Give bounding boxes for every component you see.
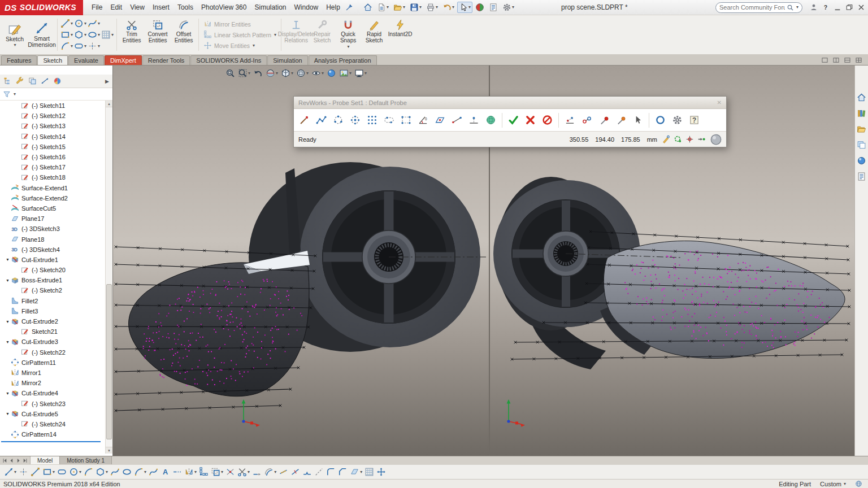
ellipse-tool[interactable]: ▾	[88, 30, 100, 40]
dropdown-caret-icon[interactable]: ▾	[14, 43, 16, 47]
trim-entities-button[interactable]: Trim Entities	[119, 16, 145, 53]
slot-tool[interactable]: ▾	[74, 41, 86, 51]
zoom-area-button[interactable]: ▾	[237, 68, 251, 79]
property-manager-tab[interactable]	[16, 77, 24, 85]
tree-item-surfacecut5[interactable]: SurfaceCut5	[0, 203, 105, 213]
dropdown-caret-icon[interactable]: ▾	[221, 470, 223, 474]
probe-orb-icon[interactable]	[710, 134, 722, 145]
probe-plane-button[interactable]	[432, 112, 448, 129]
pane-single-button[interactable]	[821, 56, 828, 64]
expand-arrow-icon[interactable]: ▼	[5, 278, 11, 282]
tab-model[interactable]: Model	[31, 456, 60, 464]
scroll-down-arrow[interactable]: ▼	[106, 447, 112, 454]
file-explorer-tab[interactable]	[857, 124, 866, 134]
circle-gauge-button[interactable]	[653, 112, 668, 129]
probe-mesh-button[interactable]	[364, 112, 380, 129]
dropdown-caret-icon[interactable]: ▾	[306, 71, 309, 76]
file-properties-button[interactable]	[487, 2, 500, 13]
tab-analysis-preparation[interactable]: Analysis Preparation	[309, 55, 377, 65]
next-tab-button[interactable]	[15, 457, 21, 464]
point-button[interactable]	[18, 467, 29, 477]
design-library-tab[interactable]	[857, 108, 866, 118]
tree-item-sketch14[interactable]: (-) Sketch14	[0, 132, 105, 142]
dropdown-caret-icon[interactable]: ▾	[253, 43, 255, 48]
tab-simulation[interactable]: Simulation	[267, 55, 307, 65]
dropdown-caret-icon[interactable]: ▾	[71, 33, 73, 37]
smart-dimension-button[interactable]: ▾	[3, 467, 17, 477]
dropdown-caret-icon[interactable]: ▾	[248, 470, 250, 474]
point-pairs-button[interactable]	[579, 112, 594, 129]
dropdown-caret-icon[interactable]: ▾	[436, 5, 438, 10]
section-view-button[interactable]: ▾	[265, 68, 279, 79]
repair-sketch-button[interactable]: Repair Sketch	[309, 16, 335, 53]
tree-item-sketch23[interactable]: (-) Sketch23	[0, 398, 105, 408]
dropdown-caret-icon[interactable]: ▾	[452, 5, 454, 10]
text-button[interactable]: A	[160, 467, 171, 477]
sketch-fillet-button[interactable]	[326, 467, 336, 477]
tree-item-sketch16[interactable]: (-) Sketch16	[0, 152, 105, 162]
compensate-pencil-button[interactable]	[662, 135, 670, 143]
intersection-button[interactable]	[225, 467, 236, 477]
configuration-manager-tab[interactable]	[28, 77, 37, 85]
search-icon[interactable]	[787, 4, 794, 11]
cancel-button[interactable]	[523, 112, 538, 129]
dropdown-caret-icon[interactable]: ▾	[248, 71, 250, 76]
dropdown-caret-icon[interactable]: ▾	[322, 71, 324, 76]
dropdown-caret-icon[interactable]: ▾	[79, 470, 81, 474]
dropdown-caret-icon[interactable]: ▾	[144, 470, 146, 474]
grid-button[interactable]	[364, 467, 375, 477]
probe-rectangle-button[interactable]	[398, 112, 414, 129]
probe-slot-button[interactable]	[381, 112, 397, 129]
parabola-button[interactable]: ▾	[133, 467, 147, 477]
tree-item-cut-extrude2[interactable]: ▼Cut-Extrude2	[0, 316, 105, 326]
sketch-button[interactable]: Sketch▾	[1, 16, 28, 53]
menu-insert[interactable]: Insert	[149, 2, 173, 12]
dropdown-caret-icon[interactable]: ▾	[512, 5, 514, 10]
dropdown-caret-icon[interactable]: ▾	[274, 33, 276, 37]
pick-cursor-button[interactable]	[630, 112, 645, 129]
probe-angle-button[interactable]: 0	[415, 112, 431, 129]
mirror-entities-button[interactable]: Mirror Entities	[203, 20, 276, 28]
pin-probe-button[interactable]	[596, 112, 611, 129]
expand-arrow-icon[interactable]: ▼	[5, 258, 11, 262]
polygon-tool[interactable]: ▾	[74, 30, 86, 40]
view-settings-button[interactable]: ▾	[354, 68, 367, 79]
tab-motion-study-1[interactable]: Motion Study 1	[60, 456, 112, 464]
rect-tool[interactable]: ▾	[60, 30, 73, 40]
tree-item-cut-extrude4[interactable]: ▼Cut-Extrude4	[0, 388, 105, 398]
zoom-fit-button[interactable]	[225, 68, 236, 79]
menu-tools[interactable]: Tools	[173, 2, 197, 12]
first-tab-button[interactable]	[2, 457, 8, 464]
centerline-button[interactable]	[172, 467, 183, 477]
tab-features[interactable]: Features	[1, 55, 37, 65]
dropdown-caret-icon[interactable]: ▾	[274, 470, 276, 474]
spline-tool[interactable]: ▾	[88, 19, 100, 28]
tree-item-surface-extend2[interactable]: Surface-Extend2	[0, 193, 105, 203]
dropdown-caret-icon[interactable]: ▾	[468, 5, 471, 10]
display-manager-tab[interactable]	[53, 77, 62, 85]
tree-item-3dsketch4[interactable]: 3D(-) 3DSketch4	[0, 245, 105, 255]
tree-item-sketch22[interactable]: (-) Sketch22	[0, 347, 105, 358]
tree-item-sketch21[interactable]: Sketch21	[0, 326, 105, 337]
lasso-green-button[interactable]	[674, 135, 682, 143]
offset-button[interactable]: ▾	[263, 467, 277, 477]
probe-point-line-button[interactable]	[466, 112, 481, 129]
convert-button[interactable]: ▾	[210, 467, 224, 477]
search-dropdown-caret[interactable]: ▾	[796, 5, 798, 10]
ellipse-button[interactable]	[121, 467, 132, 477]
filter-dropdown-caret[interactable]: ▾	[14, 92, 16, 97]
dropdown-caret-icon[interactable]: ▾	[84, 33, 86, 37]
point-tool[interactable]: ▾	[88, 41, 100, 51]
menu-help[interactable]: Help	[322, 2, 344, 12]
appearances-tab[interactable]	[857, 156, 866, 165]
help-icon[interactable]: ?	[822, 3, 830, 11]
dropdown-caret-icon[interactable]: ▾	[84, 44, 86, 49]
tree-item-plane18[interactable]: Plane18	[0, 234, 105, 244]
dropdown-caret-icon[interactable]: ▾	[14, 470, 16, 474]
dropdown-caret-icon[interactable]: ▾	[53, 470, 55, 474]
tree-item-sketch13[interactable]: (-) Sketch13	[0, 121, 105, 131]
move-button[interactable]	[376, 467, 387, 477]
tree-item-cirpattern11[interactable]: CirPattern11	[0, 358, 105, 368]
probe-distance-button[interactable]	[449, 112, 465, 129]
move-entities-button[interactable]: Move Entities▾	[203, 41, 276, 50]
